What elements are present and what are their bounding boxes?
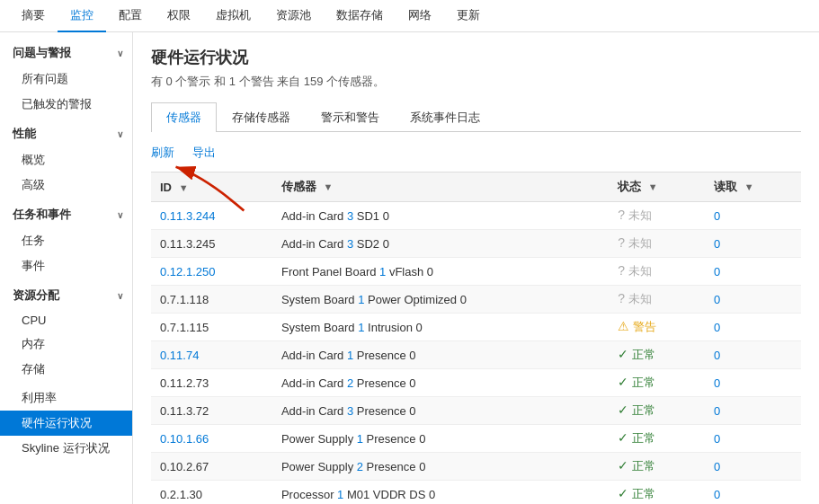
section-tasks-label: 任务和事件 [13,207,71,223]
status-label: 未知 [628,236,652,250]
col-sensor[interactable]: 传感器 ▼ [272,172,609,202]
status-icon: ✓ [618,402,628,417]
sidebar-item-hardware-health[interactable]: 硬件运行状况 [0,411,132,436]
tab-alerts-warnings[interactable]: 警示和警告 [306,102,395,132]
sidebar-item-storage[interactable]: 存储 [0,357,132,382]
status-label: 未知 [628,264,652,278]
cell-status: ✓正常 [609,341,705,369]
tab-system-event-log[interactable]: 系统事件日志 [395,102,495,132]
status-icon: ✓ [618,347,628,361]
cell-id[interactable]: 0.10.1.66 [151,425,272,453]
section-performance: 性能 ∨ 概览 高级 [0,120,132,198]
cell-status: ?未知 [609,286,705,314]
cell-id[interactable]: 0.11.3.245 [151,230,272,258]
status-icon: ? [618,263,625,278]
cell-id[interactable]: 0.12.1.250 [151,258,272,286]
main-layout: 问题与警报 ∨ 所有问题 已触发的警报 性能 ∨ 概览 高级 任务和事件 ∨ 任… [0,32,819,504]
cell-id[interactable]: 0.11.74 [151,341,272,369]
section-resource-header[interactable]: 资源分配 ∨ [0,282,132,309]
nav-item-summary[interactable]: 摘要 [9,0,58,32]
status-label: 正常 [632,431,655,445]
cell-id[interactable]: 0.7.1.115 [151,314,272,341]
sidebar-item-utilization[interactable]: 利用率 [0,385,132,411]
sidebar-item-skyline[interactable]: Skyline 运行状况 [0,436,132,461]
sidebar-item-advanced[interactable]: 高级 [0,172,132,198]
table-row: 0.11.3.72Add-in Card 3 Presence 0✓正常0 [151,397,801,425]
col-reading[interactable]: 读取 ▼ [705,172,801,202]
cell-status: ✓正常 [609,397,705,425]
section-tasks-header[interactable]: 任务和事件 ∨ [0,201,132,228]
cell-status: ✓正常 [609,425,705,453]
col-id[interactable]: ID ▼ [151,172,272,202]
refresh-button[interactable]: 刷新 [151,145,174,161]
col-status[interactable]: 状态 ▼ [609,172,705,202]
cell-id[interactable]: 0.11.3.72 [151,397,272,425]
tab-sensors[interactable]: 传感器 [151,102,217,132]
cell-id[interactable]: 0.11.3.244 [151,202,272,230]
status-label: 正常 [632,459,655,473]
cell-sensor: System Board 1 Power Optimized 0 [272,286,609,314]
sidebar: 问题与警报 ∨ 所有问题 已触发的警报 性能 ∨ 概览 高级 任务和事件 ∨ 任… [0,32,133,504]
status-icon: ⚠ [618,319,629,333]
section-tasks-events: 任务和事件 ∨ 任务 事件 [0,201,132,279]
sidebar-item-events[interactable]: 事件 [0,253,132,279]
nav-item-network[interactable]: 网络 [396,0,444,32]
section-issues-header[interactable]: 问题与警报 ∨ [0,40,132,66]
content-area: 硬件运行状况 有 0 个警示 和 1 个警告 来自 159 个传感器。 传感器 … [133,32,819,504]
cell-id[interactable]: 0.11.2.73 [151,369,272,397]
cell-id[interactable]: 0.10.2.67 [151,453,272,481]
cell-status: ?未知 [609,230,705,258]
cell-id[interactable]: 0.7.1.118 [151,286,272,314]
cell-sensor: Add-in Card 3 SD2 0 [272,230,609,258]
sidebar-item-triggered-alerts[interactable]: 已触发的警报 [0,92,132,117]
cell-reading: 0 [705,341,801,369]
table-row: 0.11.2.73Add-in Card 2 Presence 0✓正常0 [151,369,801,397]
nav-item-update[interactable]: 更新 [444,0,493,32]
sidebar-item-all-issues[interactable]: 所有问题 [0,66,132,92]
status-label: 警告 [633,320,656,333]
sidebar-item-memory[interactable]: 内存 [0,332,132,357]
nav-item-permissions[interactable]: 权限 [155,0,203,32]
sort-icon-status: ▼ [648,181,658,192]
cell-sensor: Power Supply 2 Presence 0 [272,453,609,481]
cell-id[interactable]: 0.2.1.30 [151,481,272,505]
cell-reading: 0 [705,425,801,453]
table-row: 0.11.3.245Add-in Card 3 SD2 0?未知0 [151,230,801,258]
cell-sensor: Front Panel Board 1 vFlash 0 [272,258,609,286]
nav-item-datastore[interactable]: 数据存储 [324,0,396,32]
cell-sensor: Processor 1 M01 VDDR DS 0 [272,481,609,505]
export-button[interactable]: 导出 [192,145,216,161]
section-performance-label: 性能 [13,126,36,142]
table-row: 0.12.1.250Front Panel Board 1 vFlash 0?未… [151,258,801,286]
nav-item-vm[interactable]: 虚拟机 [203,0,263,32]
tab-bar: 传感器 存储传感器 警示和警告 系统事件日志 [151,102,801,132]
table-row: 0.7.1.118System Board 1 Power Optimized … [151,286,801,314]
sidebar-item-tasks[interactable]: 任务 [0,228,132,253]
nav-item-config[interactable]: 配置 [106,0,155,32]
status-label: 未知 [628,292,652,305]
chevron-down-icon-3: ∨ [117,210,123,220]
cell-reading: 0 [705,453,801,481]
table-row: 0.10.1.66Power Supply 1 Presence 0✓正常0 [151,425,801,453]
section-resource-label: 资源分配 [13,287,59,304]
status-label: 正常 [632,348,655,361]
cell-reading: 0 [705,369,801,397]
sidebar-item-cpu[interactable]: CPU [0,309,132,332]
cell-reading: 0 [705,230,801,258]
sort-icon-reading: ▼ [744,181,754,192]
nav-item-monitor[interactable]: 监控 [58,0,106,32]
tab-storage-sensors[interactable]: 存储传感器 [217,102,306,132]
cell-status: ✓正常 [609,453,705,481]
cell-sensor: Add-in Card 3 SD1 0 [272,202,609,230]
status-icon: ✓ [618,486,628,500]
top-navigation: 摘要 监控 配置 权限 虚拟机 资源池 数据存储 网络 更新 [0,0,819,32]
section-performance-header[interactable]: 性能 ∨ [0,120,132,147]
status-icon: ✓ [618,458,628,473]
section-issues: 问题与警报 ∨ 所有问题 已触发的警报 [0,40,132,117]
cell-reading: 0 [705,202,801,230]
status-icon: ? [618,235,625,250]
sidebar-item-overview[interactable]: 概览 [0,147,132,172]
status-icon: ✓ [618,375,628,389]
nav-item-resource-pool[interactable]: 资源池 [263,0,324,32]
status-label: 正常 [632,376,655,389]
